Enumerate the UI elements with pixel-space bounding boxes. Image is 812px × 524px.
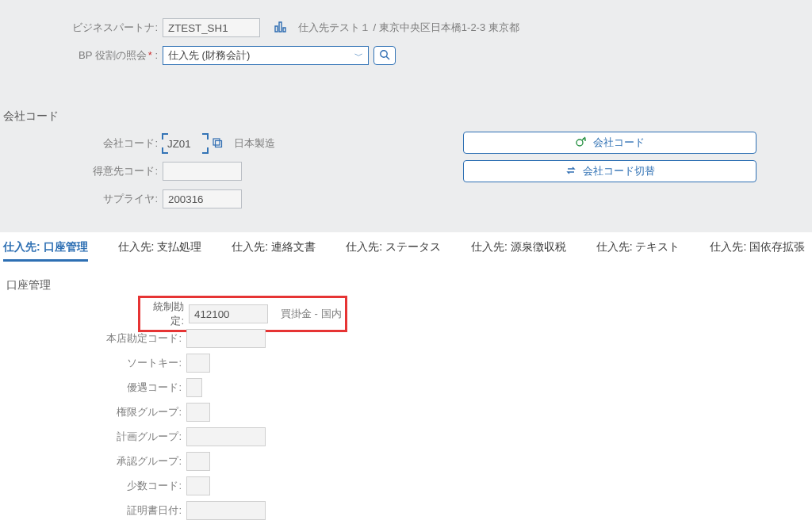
company-code-name: 日本製造 [234,136,275,151]
recon-label: 統制勘定: [144,300,189,328]
sort-key-input[interactable] [186,354,210,373]
chevron-down-icon: ﹀ [354,50,363,62]
tab-withhold[interactable]: 仕入先: 源泉徴収税 [471,240,566,262]
svg-point-0 [381,50,387,56]
role-select[interactable]: 仕入先 (財務会計) ﹀ [163,46,369,65]
value-help-icon[interactable] [212,137,223,151]
switch-button-label: 会社コード切替 [583,164,655,178]
pref-label: 優遇コード: [0,381,186,395]
recon-highlight: 統制勘定: 買掛金 - 国内 [138,296,347,332]
supplier-label: サプライヤ: [0,192,163,206]
approval-group-input[interactable] [186,452,210,471]
company-code-title: 会社コード [3,109,812,124]
switch-company-button[interactable]: 会社コード切替 [463,160,756,182]
bp-input[interactable] [163,18,260,37]
role-label: BP 役割の照会* : [0,48,163,63]
bp-description: 仕入先テスト１ / 東京中央区日本橋1-2-3 東京都 [298,21,519,35]
company-code-button[interactable]: 会社コード [463,132,756,154]
customer-code-label: 得意先コード: [0,164,163,178]
magnifier-icon [379,49,390,63]
cc-button-label: 会社コード [593,136,645,150]
role-detail-button[interactable] [373,46,396,65]
org-icon[interactable] [274,21,287,35]
cert-date-input[interactable] [186,501,266,520]
tab-country[interactable]: 仕入先: 国依存拡張 [710,240,805,262]
svg-line-1 [386,56,389,59]
vendor-tabs: 仕入先: 口座管理 仕入先: 支払処理 仕入先: 連絡文書 仕入先: ステータス… [0,232,812,262]
svg-rect-2 [213,139,220,145]
role-select-value: 仕入先 (財務会計) [168,48,250,63]
tab-account-mgmt[interactable]: 仕入先: 口座管理 [3,240,88,262]
cc-code-label: 会社コード: [0,136,163,151]
head-office-input[interactable] [186,329,266,348]
appr-label: 承認グループ: [0,454,186,469]
tab-status[interactable]: 仕入先: ステータス [346,240,441,262]
auth-group-input[interactable] [186,403,210,422]
cert-label: 証明書日付: [0,503,186,518]
svg-point-4 [576,140,583,146]
tab-text[interactable]: 仕入先: テキスト [596,240,680,262]
form-title: 口座管理 [6,278,812,293]
supplier-input[interactable] [163,189,242,208]
min-label: 少数コード: [0,479,186,493]
recon-desc: 買掛金 - 国内 [281,307,342,321]
customer-code-input[interactable] [163,162,242,181]
tab-payment[interactable]: 仕入先: 支払処理 [118,240,202,262]
head-label: 本店勘定コード: [0,331,186,346]
plan-label: 計画グループ: [0,430,186,444]
plan-group-input[interactable] [186,427,266,446]
company-icon [576,136,587,150]
tab-correspond[interactable]: 仕入先: 連絡文書 [232,240,316,262]
svg-rect-3 [216,140,222,147]
pref-code-input[interactable] [186,378,202,397]
switch-icon [565,165,576,178]
bp-label: ビジネスパートナ: [0,21,163,35]
sort-label: ソートキー: [0,356,186,370]
recon-account-input[interactable] [189,304,268,323]
auth-label: 権限グループ: [0,405,186,419]
minority-code-input[interactable] [186,476,210,495]
